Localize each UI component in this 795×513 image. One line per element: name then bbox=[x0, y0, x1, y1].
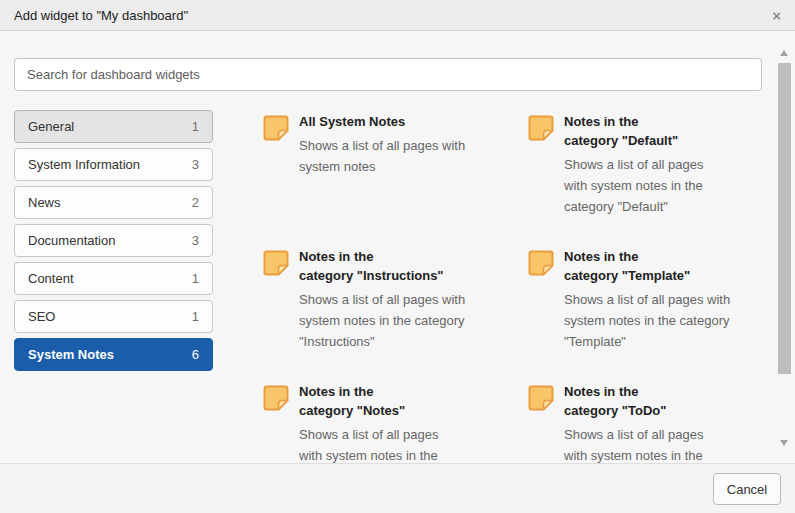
widget-item[interactable]: Notes in the category "Default" Shows a … bbox=[527, 112, 775, 217]
category-label: News bbox=[28, 195, 61, 210]
dialog-footer: Cancel bbox=[0, 463, 795, 513]
widget-title: Notes in the category "Instructions" bbox=[299, 247, 465, 285]
widget-text: Notes in the category "Default" Shows a … bbox=[564, 112, 703, 217]
widget-item[interactable]: Notes in the category "Notes" Shows a li… bbox=[262, 382, 510, 463]
category-count: 3 bbox=[192, 233, 199, 248]
sticky-note-icon bbox=[527, 384, 555, 412]
category-label: System Information bbox=[28, 157, 140, 172]
widget-title: Notes in the category "Default" bbox=[564, 112, 703, 150]
category-count: 1 bbox=[192, 309, 199, 324]
widget-description: Shows a list of all pages with system no… bbox=[564, 154, 703, 217]
dialog-header: Add widget to "My dashboard" × bbox=[0, 0, 795, 31]
category-item[interactable]: SEO 1 bbox=[14, 300, 213, 333]
category-count: 3 bbox=[192, 157, 199, 172]
dialog-title: Add widget to "My dashboard" bbox=[14, 8, 188, 23]
widget-text: Notes in the category "Template" Shows a… bbox=[564, 247, 730, 352]
widget-list: All System Notes Shows a list of all pag… bbox=[262, 110, 775, 463]
widget-text: Notes in the category "ToDo" Shows a lis… bbox=[564, 382, 703, 463]
category-count: 1 bbox=[192, 119, 199, 134]
scrollbar[interactable] bbox=[777, 36, 792, 458]
widget-description: Shows a list of all pages with system no… bbox=[564, 424, 703, 463]
scrollbar-thumb[interactable] bbox=[778, 63, 791, 374]
widget-description: Shows a list of all pages with system no… bbox=[299, 135, 465, 177]
category-item[interactable]: General 1 bbox=[14, 110, 213, 143]
widget-title: All System Notes bbox=[299, 112, 465, 131]
sticky-note-icon bbox=[262, 249, 290, 277]
category-item[interactable]: Documentation 3 bbox=[14, 224, 213, 257]
category-label: Content bbox=[28, 271, 74, 286]
widget-item[interactable]: All System Notes Shows a list of all pag… bbox=[262, 112, 510, 177]
widget-title: Notes in the category "Template" bbox=[564, 247, 730, 285]
category-label: SEO bbox=[28, 309, 55, 324]
category-label: System Notes bbox=[28, 347, 114, 362]
widget-item[interactable]: Notes in the category "Instructions" Sho… bbox=[262, 247, 510, 352]
widget-item[interactable]: Notes in the category "ToDo" Shows a lis… bbox=[527, 382, 775, 463]
close-icon[interactable]: × bbox=[772, 8, 781, 23]
category-sidebar: General 1 System Information 3 News 2 Do… bbox=[14, 110, 213, 376]
widget-description: Shows a list of all pages with system no… bbox=[299, 289, 465, 352]
cancel-button[interactable]: Cancel bbox=[713, 473, 781, 505]
search-input[interactable] bbox=[14, 58, 762, 91]
sticky-note-icon bbox=[527, 114, 555, 142]
scroll-up-icon[interactable] bbox=[780, 50, 788, 56]
sticky-note-icon bbox=[262, 384, 290, 412]
category-item[interactable]: News 2 bbox=[14, 186, 213, 219]
dialog-content: General 1 System Information 3 News 2 Do… bbox=[14, 110, 781, 463]
widget-text: Notes in the category "Instructions" Sho… bbox=[299, 247, 465, 352]
dialog-body: General 1 System Information 3 News 2 Do… bbox=[0, 31, 795, 463]
add-widget-dialog: Add widget to "My dashboard" × General 1… bbox=[0, 0, 795, 513]
category-item[interactable]: System Information 3 bbox=[14, 148, 213, 181]
widget-title: Notes in the category "ToDo" bbox=[564, 382, 703, 420]
widget-description: Shows a list of all pages with system no… bbox=[564, 289, 730, 352]
sticky-note-icon bbox=[527, 249, 555, 277]
scroll-down-icon[interactable] bbox=[780, 440, 788, 446]
widget-description: Shows a list of all pages with system no… bbox=[299, 424, 438, 463]
widget-item[interactable]: Notes in the category "Template" Shows a… bbox=[527, 247, 775, 352]
category-label: General bbox=[28, 119, 74, 134]
category-item[interactable]: Content 1 bbox=[14, 262, 213, 295]
category-count: 6 bbox=[192, 347, 199, 362]
widget-text: Notes in the category "Notes" Shows a li… bbox=[299, 382, 438, 463]
category-label: Documentation bbox=[28, 233, 115, 248]
category-count: 1 bbox=[192, 271, 199, 286]
widget-text: All System Notes Shows a list of all pag… bbox=[299, 112, 465, 177]
sticky-note-icon bbox=[262, 114, 290, 142]
widget-title: Notes in the category "Notes" bbox=[299, 382, 438, 420]
category-count: 2 bbox=[192, 195, 199, 210]
category-item[interactable]: System Notes 6 bbox=[14, 338, 213, 371]
